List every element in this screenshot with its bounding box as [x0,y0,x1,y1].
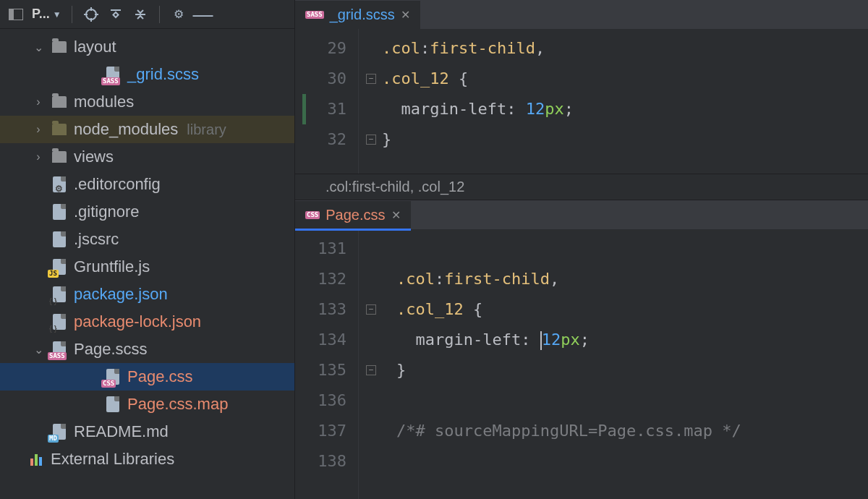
sass-icon: SASS [305,11,324,19]
tree-label: .gitignore [74,202,140,221]
breadcrumb-text: .col:first-child, .col_12 [326,179,464,195]
folder-icon [51,93,68,111]
tree-label: Page.scss [74,340,148,359]
tree-row[interactable]: ›node_moduleslibrary [0,116,294,143]
tree-row[interactable]: ›views [0,143,294,171]
tree-row[interactable]: CSSPage.css [0,363,294,391]
project-dropdown-label: P... [32,7,50,22]
tab-label: Page.css [326,207,385,223]
project-sidebar: P... ▼ ⚙ — ⌄layoutSASS_grid.scss›modules… [0,0,295,499]
folder-icon [51,38,68,56]
tree-row[interactable]: ⌄layout [0,33,294,61]
file-icon [51,231,68,248]
code-area[interactable]: .col:first-child,−.col_12 { margin-left:… [359,29,868,174]
tree-label: node_modules [74,120,178,139]
tree-row[interactable]: External Libraries [0,445,294,473]
tree-label: .editorconfig [74,175,161,194]
project-tree[interactable]: ⌄layoutSASS_grid.scss›modules›node_modul… [0,29,294,499]
tree-row[interactable]: ›modules [0,88,294,116]
toolbar-separator [72,6,72,23]
tree-label: package.json [74,285,168,304]
target-icon[interactable] [82,6,100,23]
collapse-all-icon[interactable] [132,6,149,23]
folder-icon [51,148,68,166]
js-icon: JS [51,258,68,276]
tree-row[interactable]: .editorconfig [0,171,294,198]
gutter: 131132133134135136137138 [295,229,359,499]
tree-label: External Libraries [51,450,174,469]
sass-icon: SASS [51,341,68,358]
toolbar-separator [159,6,160,23]
svg-point-2 [86,9,96,20]
tree-label: README.md [74,422,169,441]
disclosure-arrow-icon[interactable]: › [32,150,45,163]
tree-row[interactable]: ⌄SASSPage.scss [0,336,294,363]
editor-area: SASS _grid.scss ✕ 29303132 .col:first-ch… [295,0,868,499]
project-toolbar: P... ▼ ⚙ — [0,0,294,29]
tree-label: package-lock.json [74,312,201,331]
tree-row[interactable]: { }package-lock.json [0,308,294,336]
disclosure-arrow-icon[interactable]: › [32,123,45,136]
breadcrumb[interactable]: .col:first-child, .col_12 [295,174,868,200]
tree-label: Gruntfile.js [74,257,150,276]
tree-row[interactable]: .jscsrc [0,226,294,253]
css-icon: CSS [104,368,122,385]
disclosure-arrow-icon[interactable]: › [32,95,45,108]
tree-label: .jscsrc [74,230,119,249]
bars-icon [27,451,45,468]
project-dropdown[interactable]: P... ▼ [32,7,61,22]
close-icon[interactable]: ✕ [391,208,401,222]
json-icon: { } [51,286,68,303]
expand-all-icon[interactable] [107,6,124,23]
disclosure-arrow-icon[interactable]: ⌄ [32,40,45,54]
disclosure-arrow-icon[interactable]: ⌄ [32,343,45,357]
tab-label: _grid.scss [330,7,395,23]
json-icon: { } [51,313,68,330]
tree-row[interactable]: JSGruntfile.js [0,253,294,281]
tree-row[interactable]: MDREADME.md [0,418,294,445]
code-area[interactable]: .col:first-child,−.col_12 { margin-left:… [359,229,868,499]
gear-icon [51,176,68,193]
file-icon [104,396,122,413]
css-icon: CSS [305,211,320,219]
editor-top[interactable]: 29303132 .col:first-child,−.col_12 { mar… [295,29,868,174]
tree-label: layout [74,38,116,56]
editor-bottom[interactable]: 131132133134135136137138 .col:first-chil… [295,229,868,499]
tree-label: Page.css [127,367,193,386]
tree-suffix: library [187,121,226,138]
tree-row[interactable]: SASS_grid.scss [0,61,294,88]
tree-label: Page.css.map [127,395,228,414]
project-tool-window-icon[interactable] [7,6,25,23]
tree-label: views [74,148,114,166]
editor-tabstrip-bottom: CSS Page.css ✕ [295,200,868,229]
md-icon: MD [51,423,68,440]
tab-grid-scss[interactable]: SASS _grid.scss ✕ [295,1,420,29]
tree-row[interactable]: Page.css.map [0,391,294,418]
tree-row[interactable]: .gitignore [0,198,294,226]
file-icon [51,203,68,221]
tree-label: modules [74,93,134,111]
tree-label: _grid.scss [127,65,199,84]
tab-page-css[interactable]: CSS Page.css ✕ [295,201,411,229]
tree-row[interactable]: { }package.json [0,281,294,308]
editor-tabstrip-top: SASS _grid.scss ✕ [295,0,868,29]
svg-rect-1 [9,9,14,20]
gutter: 29303132 [295,29,359,174]
sass-icon: SASS [104,66,122,83]
chevron-down-icon: ▼ [53,9,61,20]
gear-icon[interactable]: ⚙ [170,6,187,23]
folder-lib-icon [51,121,68,138]
minimize-icon[interactable]: — [195,6,212,23]
close-icon[interactable]: ✕ [401,8,410,22]
